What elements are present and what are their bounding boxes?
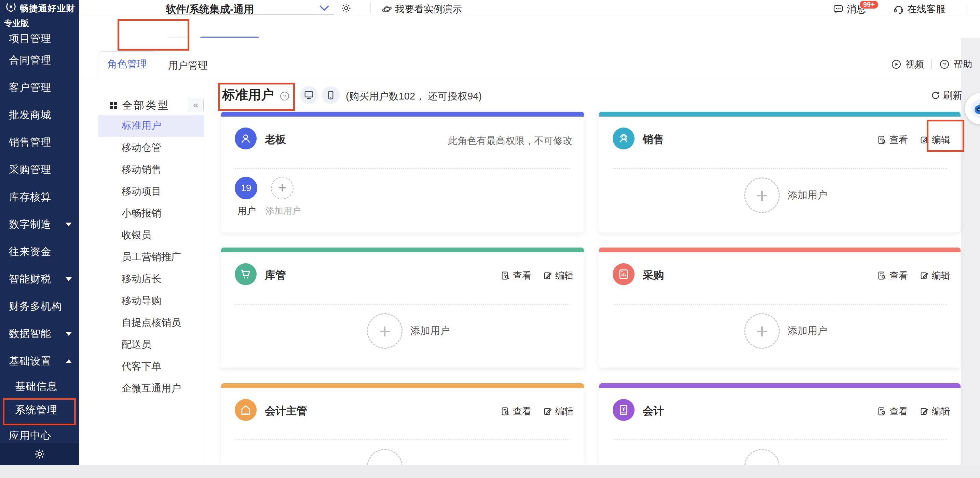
edit-button[interactable]: 编辑 [543,269,574,282]
sidebar-item-purchase[interactable]: 采购管理 [0,156,79,183]
role-type-item[interactable]: 移动仓管 [99,137,204,159]
view-doc-icon [877,135,887,145]
tab-role-management[interactable]: 角色管理 [98,51,156,78]
role-type-item[interactable]: 配送员 [99,334,204,355]
play-circle-icon[interactable] [891,59,901,69]
sidebar-item-contract[interactable]: 合同管理 [0,46,79,74]
tab-user-management[interactable]: 用户管理 [168,59,208,72]
role-name: 会计主管 [265,404,307,418]
tabs-divider [79,77,961,77]
edit-pen-icon [920,135,929,145]
add-user-button[interactable] [744,449,780,465]
add-user-label: 添加用户 [410,324,450,338]
sales-headset-icon [612,127,635,150]
card-divider [612,304,947,304]
desktop-view-toggle[interactable] [300,86,318,104]
role-type-item[interactable]: 移动项目 [99,180,204,202]
card-divider [235,168,570,169]
sidebar-item-wholesale[interactable]: 批发商城 [0,101,79,129]
edit-pen-icon [543,271,552,280]
headset-icon [893,4,904,15]
role-type-item[interactable]: 代客下单 [99,355,204,378]
page-bottom-band [0,465,980,478]
role-type-item[interactable]: 标准用户 [99,115,204,137]
add-user-button[interactable] [367,449,402,465]
view-button[interactable]: 查看 [877,134,908,146]
view-button[interactable]: 查看 [501,405,531,417]
role-type-item[interactable]: 收银员 [99,224,204,246]
sidebar-item-basic-info[interactable]: 基础信息 [0,375,79,398]
sidebar-item-system-management[interactable]: 系统管理 [0,398,79,422]
gear-icon[interactable] [34,448,45,460]
role-type-item[interactable]: 员工营销推广 [99,246,204,268]
role-card-chief-accountant: 会计主管 查看 编辑 [221,383,584,465]
sidebar-item-inventory[interactable]: 库存核算 [0,183,79,210]
logo: 畅捷通好业财 [5,2,75,14]
add-user-button[interactable]: + [367,313,402,349]
sidebar-item-sales[interactable]: 销售管理 [0,129,79,156]
sidebar-item-manufacturing[interactable]: 数字制造 [0,210,79,238]
role-card-boss: 老板 此角色有最高权限，不可修改 19 用户 + 添加用户 [221,112,584,233]
sidebar-item-multi-org-finance[interactable]: 财务多机构 [0,293,79,320]
question-circle-icon[interactable]: ? [939,59,950,69]
view-button[interactable]: 查看 [877,405,908,417]
refresh-icon [931,91,940,100]
sidebar-item-customer[interactable]: 客户管理 [0,74,79,101]
video-help-divider [931,59,932,69]
card-actions: 查看 编辑 [877,134,950,146]
edit-button[interactable]: 编辑 [920,405,950,417]
card-actions: 查看 编辑 [501,269,574,282]
add-user-button[interactable]: + [744,313,780,349]
org-selector-underline [166,14,334,15]
add-user-button[interactable]: + [271,177,294,199]
add-user-label: 添加用户 [788,324,827,338]
view-button[interactable]: 查看 [501,269,531,282]
chevron-down-icon [65,332,72,336]
card-divider [612,439,947,440]
role-name: 采购 [643,268,664,282]
role-type-item[interactable]: 企微互通用户 [99,378,204,399]
panel-divider [204,92,204,465]
role-name: 会计 [643,404,664,418]
chevron-down-icon [65,223,72,226]
logo-icon [5,2,17,14]
sidebar-settings-bar [0,443,79,465]
add-user-label: 添加用户 [788,188,827,202]
role-type-item[interactable]: 小畅报销 [99,202,204,224]
add-user-button[interactable]: + [744,177,780,213]
add-user-label: 添加用户 [266,205,301,217]
grid-icon [110,102,117,109]
chevron-down-icon[interactable] [318,4,330,12]
video-link[interactable]: 视频 [905,58,924,70]
online-support-button[interactable]: 在线客服 [893,3,945,16]
role-type-item[interactable]: 自提点核销员 [99,312,204,334]
sidebar-item-data-intelligence[interactable]: 数据智能 [0,320,79,347]
gear-icon[interactable] [340,3,352,14]
sidebar-item-project[interactable]: 项目管理 [0,29,79,46]
chevron-up-icon [65,359,72,363]
sidebar-item-tax[interactable]: 智能财税 [0,265,79,293]
view-button[interactable]: 查看 [877,269,908,282]
mobile-view-toggle[interactable] [322,86,340,104]
edit-button[interactable]: 编辑 [920,269,950,282]
edit-button[interactable]: 编辑 [920,134,950,146]
role-type-item[interactable]: 移动店长 [99,268,204,290]
role-type-item[interactable]: 移动导购 [99,290,204,312]
view-doc-icon [501,406,510,416]
edit-button[interactable]: 编辑 [543,405,574,417]
sidebar-item-basic-settings[interactable]: 基础设置 [0,347,79,375]
sidebar-item-funds[interactable]: 往来资金 [0,238,79,265]
role-card-warehouse: 库管 查看 编辑 + 添加用户 [221,247,584,369]
demo-link[interactable]: 我要看实例演示 [382,3,462,16]
role-note: 此角色有最高权限，不可修改 [448,134,572,147]
collapse-panel-button[interactable]: « [188,98,204,112]
help-link[interactable]: 帮助 [954,58,972,70]
purchase-chart-icon [612,263,635,285]
user-count-badge[interactable]: 19 [235,177,257,199]
refresh-button[interactable]: 刷新 [931,89,962,102]
title-help-icon[interactable]: ? [280,91,290,101]
message-bubble-icon [833,4,844,15]
role-name: 库管 [265,268,286,282]
role-type-item[interactable]: 移动销售 [99,159,204,180]
chief-accountant-building-icon [235,399,257,421]
